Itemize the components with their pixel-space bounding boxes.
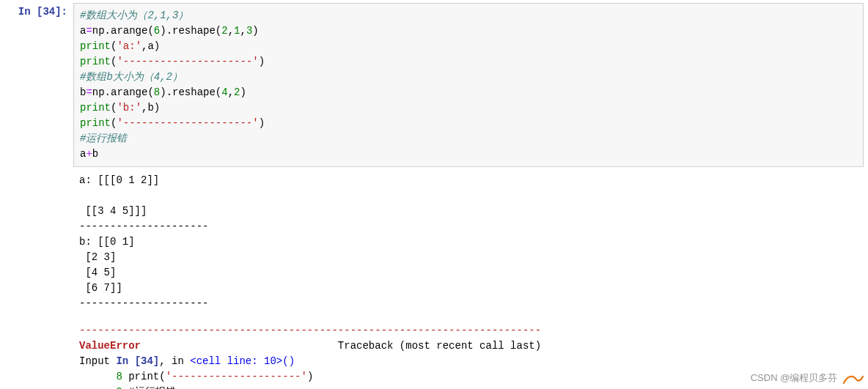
watermark: CSDN @编程贝多芬 xyxy=(751,371,861,385)
code-token: ) xyxy=(252,25,258,37)
traceback-in: In [34] xyxy=(116,355,159,367)
code-token: np.arange( xyxy=(92,25,154,37)
code-token: ) xyxy=(240,86,246,98)
traceback-lineno: 9 xyxy=(79,386,128,389)
code-token: , xyxy=(240,25,246,37)
code-token: '---------------------' xyxy=(117,56,258,67)
traceback-lineno: 8 xyxy=(79,371,128,382)
output-text: a: [[[0 1 2]] [[3 4 5]]] ---------------… xyxy=(79,174,208,309)
watermark-flourish-icon xyxy=(843,374,861,384)
code-token: = xyxy=(86,25,92,37)
code-token: 'b:' xyxy=(117,102,141,114)
code-input-area[interactable]: #数组大小为（2,1,3） a=np.arange(6).reshape(2,1… xyxy=(73,3,864,167)
code-token: 4 xyxy=(221,86,227,98)
code-token: 'a:' xyxy=(117,40,141,52)
code-token: + xyxy=(86,148,92,160)
code-comment: #运行报错 xyxy=(80,133,127,144)
code-token: a xyxy=(147,40,153,52)
code-token: print xyxy=(80,56,111,67)
code-token: , xyxy=(228,86,234,98)
prompt-text: In [34]: xyxy=(18,6,67,18)
error-output: ----------------------------------------… xyxy=(73,317,868,389)
code-cell: In [34]: #数组大小为（2,1,3） a=np.arange(6).re… xyxy=(0,0,868,167)
traceback-input: Input xyxy=(79,355,116,367)
code-token: ) xyxy=(259,117,265,129)
traceback-mid: , in xyxy=(159,355,190,367)
code-token: ) xyxy=(154,40,160,52)
traceback-token: '---------------------' xyxy=(166,371,307,382)
traceback-token: ) xyxy=(307,371,313,382)
error-hr: ----------------------------------------… xyxy=(79,325,541,336)
code-token: 8 xyxy=(154,86,160,98)
traceback-cell-line: <cell line: 10> xyxy=(190,355,282,367)
code-token: print xyxy=(80,102,111,114)
traceback-token: ( xyxy=(159,371,165,382)
code-token: '---------------------' xyxy=(117,117,258,129)
traceback-paren: () xyxy=(282,355,295,367)
traceback-token: print xyxy=(128,371,159,382)
code-token: ).reshape( xyxy=(160,25,221,37)
code-token: 6 xyxy=(154,25,160,37)
code-token: b xyxy=(147,102,153,114)
code-token: , xyxy=(228,25,234,37)
code-token: print xyxy=(80,117,111,129)
watermark-text: CSDN @编程贝多芬 xyxy=(751,372,838,383)
code-token: print xyxy=(80,40,111,52)
code-comment: #数组b大小为（4,2） xyxy=(80,71,183,83)
stdout-output: a: [[[0 1 2]] [[3 4 5]]] ---------------… xyxy=(73,167,868,317)
error-name: ValueError xyxy=(79,340,141,352)
code-token: 2 xyxy=(221,25,227,37)
traceback-token: #运行报错 xyxy=(128,386,175,389)
code-token: ) xyxy=(154,102,160,114)
code-token: ) xyxy=(259,56,265,67)
code-token: np.arange( xyxy=(92,86,154,98)
code-token: = xyxy=(86,86,92,98)
traceback-label: Traceback (most recent call last) xyxy=(141,340,541,352)
code-comment: #数组大小为（2,1,3） xyxy=(80,10,188,21)
input-prompt: In [34]: xyxy=(0,3,73,167)
code-token: ).reshape( xyxy=(160,86,221,98)
code-token: b xyxy=(92,148,98,160)
